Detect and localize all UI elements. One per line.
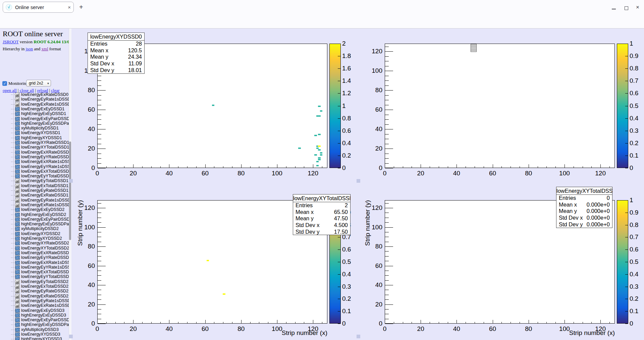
tree-item[interactable]: lowEnergyEyRateDSSD2	[0, 289, 69, 293]
tree-item[interactable]: lowEnergyEyRate1sDSSD0	[0, 97, 69, 102]
tree-item[interactable]: lowEnergyEyYRateDSSD2	[0, 255, 69, 260]
tree-item[interactable]: highEnergyExEyDSSD1	[0, 111, 69, 116]
tree-item[interactable]: highEnergyExEyDSSDPair2	[0, 222, 69, 226]
window-minimize-button[interactable]	[612, 9, 616, 9]
tree-item-label[interactable]: lowEnergyEyTotalDSSD2	[21, 279, 68, 284]
tree-item[interactable]: lowEnergyExRate1sDSSD2	[0, 303, 69, 308]
tree-item-label[interactable]: lowEnergyExXRateDSSD2	[21, 250, 69, 255]
tree-item-label[interactable]: lowEnergyXYRateDSSD2	[21, 241, 69, 245]
tree-item-label[interactable]: lowEnergyEyYTotalDSSD2	[21, 274, 69, 279]
tree-item[interactable]: lowEnergyXYRateDSSD1	[0, 140, 69, 145]
tree-item-label[interactable]: lowEnergyEyYTotalDSSD1	[21, 174, 69, 178]
tree-item-label[interactable]: lowEnergyExXRate1sDSSD1	[21, 159, 69, 164]
stats-box[interactable]: lowEnergyXYTotalDSSD2Entries2Mean x65.50…	[293, 194, 351, 235]
tree-item-label[interactable]: lowEnergyEyRate1sDSSD1	[21, 198, 69, 203]
tree-item-label[interactable]: lowEnergyExTotalDSSD2	[21, 284, 68, 289]
tree-item-label[interactable]: xyMultiplicityDSSD3	[21, 327, 59, 332]
collapsed-stats-icon[interactable]	[471, 44, 477, 52]
tree-item[interactable]: highEnergyExEyDSSDPair1	[0, 121, 69, 126]
tree-item[interactable]: lowEnergyEyTotalDSSD2	[0, 279, 69, 284]
tree-item[interactable]: highEnergyExEyDSSDPair3	[0, 322, 69, 327]
tree-item-label[interactable]: lowEnergyExXRate1sDSSD2	[21, 260, 69, 265]
tree-item-label[interactable]: lowEnergyExXRateDSSD1	[21, 150, 69, 155]
tree-item[interactable]: lowEnergyExEyDSSD3	[0, 308, 69, 313]
tree-item[interactable]: lowEnergyExXRateDSSD2	[0, 250, 69, 255]
tree-item[interactable]: lowEnergyExXRate1sDSSD2	[0, 260, 69, 265]
tree-item[interactable]: highEnergyXYDSSD3	[0, 337, 69, 340]
tree-item[interactable]: lowEnergyExXRate1sDSSD1	[0, 159, 69, 164]
tree-item[interactable]: lowEnergyExEyDSSD2	[0, 207, 69, 212]
tree-item[interactable]: lowEnergyExEyPairDSSD3	[0, 318, 69, 322]
tree-item[interactable]: highEnergyExEyDSSD2	[0, 212, 69, 217]
tree-item-label[interactable]: lowEnergyXYDSSD2	[21, 231, 60, 236]
tree-item-label[interactable]: lowEnergyEyYRate1sDSSD1	[21, 164, 69, 169]
tree-item-label[interactable]: lowEnergyEyRateDSSD2	[21, 289, 68, 293]
jsroot-link[interactable]: JSROOT	[3, 39, 18, 44]
tree-item-label[interactable]: highEnergyXYDSSD1	[21, 135, 62, 140]
tree-item-label[interactable]: lowEnergyExRate1sDSSD0	[21, 102, 69, 107]
tree-item[interactable]: lowEnergyExRateDSSD0	[0, 92, 69, 97]
tree-item[interactable]: lowEnergyExEyPairDSSD2	[0, 217, 69, 222]
window-close-button[interactable]: ×	[636, 4, 639, 11]
tree-item-label[interactable]: lowEnergyExTotalDSSD1	[21, 183, 68, 188]
tree-item-label[interactable]: highEnergyExEyDSSD1	[21, 111, 66, 116]
stats-box[interactable]: lowEnergyXYTotalDSSD3Entries0Mean x0.000…	[556, 187, 612, 228]
tree-item-label[interactable]: lowEnergyExXTotalDSSD2	[21, 270, 69, 274]
tree-item[interactable]: lowEnergyXYDSSD1	[0, 130, 69, 135]
tree-item[interactable]: lowEnergyEyYRate1sDSSD1	[0, 164, 69, 169]
tree-item[interactable]: xyMultiplicityDSSD2	[0, 226, 69, 231]
tree-item-label[interactable]: highEnergyExEyDSSDPair1	[21, 121, 69, 126]
tree-item[interactable]: lowEnergyXYRateDSSD2	[0, 241, 69, 245]
tree-item-label[interactable]: lowEnergyExRateDSSD2	[21, 294, 68, 298]
tree-item[interactable]: lowEnergyExTotalDSSD2	[0, 284, 69, 289]
browser-tab[interactable]: √ Online server ×	[3, 2, 74, 13]
tree-item[interactable]: lowEnergyEyTotalDSSD1	[0, 178, 69, 183]
tree-item[interactable]: highEnergyXYDSSD1	[0, 135, 69, 140]
tree-item-label[interactable]: lowEnergyExRate1sDSSD2	[21, 303, 69, 308]
tree-item[interactable]: xyMultiplicityDSSD3	[0, 327, 69, 332]
monitoring-interval-select[interactable]: grid 2x2 ▾	[26, 80, 51, 87]
tree-item-label[interactable]: lowEnergyEyTotalDSSD1	[21, 178, 68, 183]
tree-item-label[interactable]: highEnergyExEyDSSD3	[21, 313, 66, 318]
tree-item-label[interactable]: lowEnergyEyRate1sDSSD2	[21, 298, 69, 303]
tree-item-label[interactable]: lowEnergyEyYRateDSSD2	[21, 255, 69, 260]
tree-item-label[interactable]: lowEnergyExRateDSSD0	[21, 92, 68, 97]
tree-item[interactable]: lowEnergyExEyDSSD1	[0, 107, 69, 111]
tree-item-label[interactable]: xyMultiplicityDSSD2	[21, 226, 59, 231]
tree-item[interactable]: lowEnergyExRateDSSD1	[0, 193, 69, 197]
tree-item-label[interactable]: highEnergyExEyDSSDPair3	[21, 322, 69, 327]
tree-item[interactable]: lowEnergyExTotalDSSD1	[0, 183, 69, 188]
tree-item[interactable]: lowEnergyEyRateDSSD1	[0, 188, 69, 193]
tree-item[interactable]: lowEnergyXYDSSD3	[0, 332, 69, 337]
tree-item[interactable]: lowEnergyXYTotalDSSD2	[0, 246, 69, 250]
plot-frame[interactable]	[385, 44, 615, 168]
tree-item[interactable]: lowEnergyEyRate1sDSSD2	[0, 298, 69, 303]
monitoring-checkbox[interactable]: ✓	[2, 81, 7, 86]
tree-item-label[interactable]: lowEnergyExEyDSSD3	[21, 308, 64, 313]
tree-item[interactable]: highEnergyXYDSSD2	[0, 236, 69, 241]
tree-item-label[interactable]: lowEnergyExEyDSSD2	[21, 207, 64, 212]
tree-item[interactable]: lowEnergyEyYRateDSSD1	[0, 155, 69, 159]
tree-item-label[interactable]: lowEnergyXYTotalDSSD1	[21, 145, 69, 150]
tree-item-label[interactable]: lowEnergyExRate1sDSSD1	[21, 203, 69, 207]
tab-close-icon[interactable]: ×	[68, 4, 71, 10]
tree-item[interactable]: lowEnergyXYTotalDSSD1	[0, 145, 69, 150]
tree-item[interactable]: lowEnergyExXRateDSSD1	[0, 150, 69, 155]
tree-item-label[interactable]: lowEnergyExEyPairDSSD3	[21, 318, 69, 322]
tree-item-label[interactable]: lowEnergyExEyPairDSSD2	[21, 217, 69, 222]
tree-item-label[interactable]: xyMultiplicityDSSD1	[21, 126, 59, 130]
tree-item-label[interactable]: highEnergyXYDSSD3	[21, 337, 62, 340]
window-maximize-button[interactable]	[625, 6, 628, 10]
tree-item[interactable]: highEnergyExEyDSSD3	[0, 313, 69, 318]
tree-item-label[interactable]: lowEnergyXYDSSD3	[21, 332, 60, 337]
new-tab-button[interactable]: +	[79, 3, 83, 11]
xml-link[interactable]: xml	[42, 46, 48, 51]
tree-item-label[interactable]: lowEnergyXYDSSD1	[21, 130, 60, 135]
tree-item[interactable]: lowEnergyExEyPairDSSD1	[0, 116, 69, 121]
tree-item[interactable]: xyMultiplicityDSSD1	[0, 126, 69, 130]
stats-box[interactable]: lowEnergyXYDSSD0Entries28Mean x120.5Mean…	[88, 33, 145, 74]
tree-item-label[interactable]: lowEnergyEyRate1sDSSD0	[21, 97, 69, 102]
tree-item[interactable]: lowEnergyEyYTotalDSSD2	[0, 274, 69, 279]
tree-item[interactable]: lowEnergyEyRate1sDSSD1	[0, 198, 69, 203]
tree-item[interactable]: lowEnergyXYDSSD2	[0, 231, 69, 236]
